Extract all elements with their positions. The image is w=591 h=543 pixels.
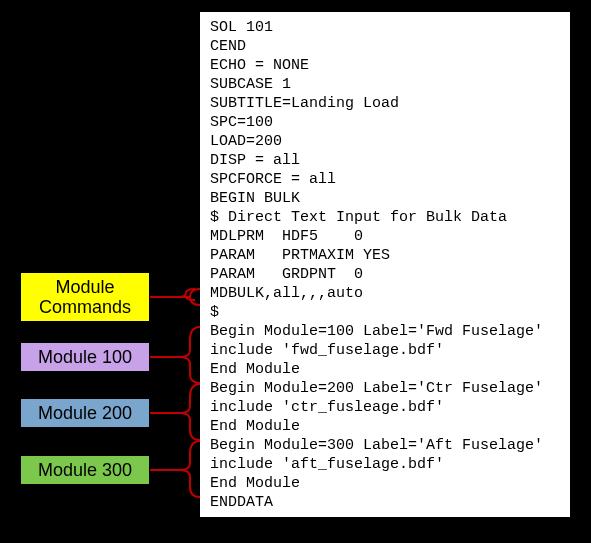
label-module-200: Module 200 xyxy=(20,398,150,428)
code-line: include 'ctr_fusleage.bdf' xyxy=(210,399,444,416)
label-text: Module 100 xyxy=(38,347,132,367)
code-line: PARAM GRDPNT 0 xyxy=(210,266,363,283)
label-text: Module xyxy=(55,277,114,297)
code-line: PARAM PRTMAXIM YES xyxy=(210,247,390,264)
code-line: SPCFORCE = all xyxy=(210,171,336,188)
code-line: LOAD=200 xyxy=(210,133,282,150)
code-line: SPC=100 xyxy=(210,114,273,131)
code-line: End Module xyxy=(210,361,300,378)
code-line: SUBTITLE=Landing Load xyxy=(210,95,399,112)
label-module-100: Module 100 xyxy=(20,342,150,372)
code-line: Begin Module=300 Label='Aft Fuselage' xyxy=(210,437,543,454)
code-line: include 'fwd_fuselage.bdf' xyxy=(210,342,444,359)
code-line: SUBCASE 1 xyxy=(210,76,291,93)
code-line: CEND xyxy=(210,38,246,55)
code-line: DISP = all xyxy=(210,152,300,169)
code-line: Begin Module=100 Label='Fwd Fuselage' xyxy=(210,323,543,340)
code-line: Begin Module=200 Label='Ctr Fuselage' xyxy=(210,380,543,397)
code-line: SOL 101 xyxy=(210,19,273,36)
code-line: ECHO = NONE xyxy=(210,57,309,74)
code-line: BEGIN BULK xyxy=(210,190,300,207)
label-module-300: Module 300 xyxy=(20,455,150,485)
code-line: MDBULK,all,,,auto xyxy=(210,285,363,302)
code-line: $ Direct Text Input for Bulk Data xyxy=(210,209,507,226)
code-listing: SOL 101 CEND ECHO = NONE SUBCASE 1 SUBTI… xyxy=(200,12,570,517)
label-text: Commands xyxy=(39,297,131,317)
label-text: Module 300 xyxy=(38,460,132,480)
label-module-commands: Module Commands xyxy=(20,272,150,322)
code-line: ENDDATA xyxy=(210,494,273,511)
label-text: Module 200 xyxy=(38,403,132,423)
code-line: include 'aft_fuselage.bdf' xyxy=(210,456,444,473)
code-line: End Module xyxy=(210,418,300,435)
code-line: End Module xyxy=(210,475,300,492)
code-line: MDLPRM HDF5 0 xyxy=(210,228,363,245)
code-line: $ xyxy=(210,304,219,321)
